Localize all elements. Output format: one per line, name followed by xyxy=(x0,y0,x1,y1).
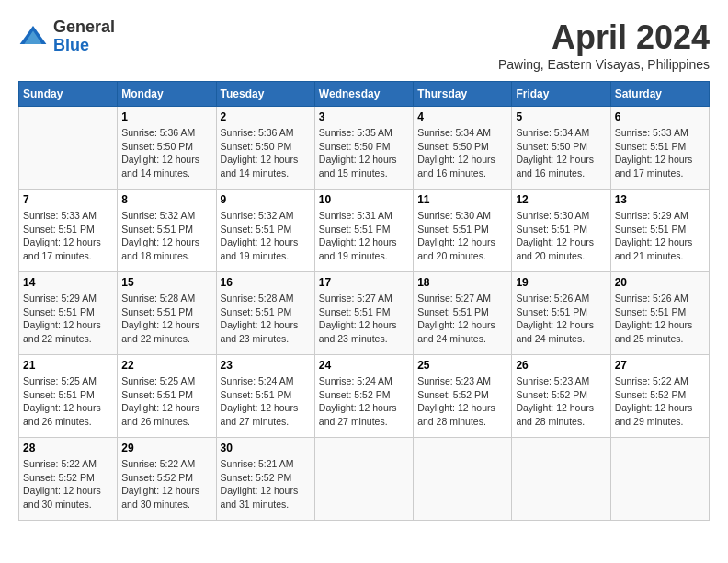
calendar-cell: 23Sunrise: 5:24 AMSunset: 5:51 PMDayligh… xyxy=(216,355,314,438)
day-info: Sunrise: 5:29 AMSunset: 5:51 PMDaylight:… xyxy=(615,209,705,263)
day-info: Sunrise: 5:36 AMSunset: 5:50 PMDaylight:… xyxy=(221,126,311,180)
logo-general-text: General xyxy=(53,17,115,36)
calendar-cell: 17Sunrise: 5:27 AMSunset: 5:51 PMDayligh… xyxy=(314,272,413,355)
calendar-cell: 21Sunrise: 5:25 AMSunset: 5:51 PMDayligh… xyxy=(19,355,118,438)
logo-icon xyxy=(18,22,48,52)
day-number: 13 xyxy=(615,193,705,206)
calendar-cell: 9Sunrise: 5:32 AMSunset: 5:51 PMDaylight… xyxy=(216,190,314,272)
day-info: Sunrise: 5:34 AMSunset: 5:50 PMDaylight:… xyxy=(516,126,606,180)
day-number: 27 xyxy=(615,359,705,372)
day-number: 14 xyxy=(23,276,113,289)
day-number: 16 xyxy=(221,276,311,289)
day-number: 2 xyxy=(221,110,311,123)
day-info: Sunrise: 5:23 AMSunset: 5:52 PMDaylight:… xyxy=(417,374,507,429)
day-number: 29 xyxy=(121,442,211,454)
calendar-cell: 12Sunrise: 5:30 AMSunset: 5:51 PMDayligh… xyxy=(512,190,610,272)
day-info: Sunrise: 5:34 AMSunset: 5:50 PMDaylight:… xyxy=(417,126,507,180)
day-number: 8 xyxy=(121,193,211,206)
day-info: Sunrise: 5:29 AMSunset: 5:51 PMDaylight:… xyxy=(23,292,113,346)
calendar-cell xyxy=(314,438,413,521)
calendar-cell: 2Sunrise: 5:36 AMSunset: 5:50 PMDaylight… xyxy=(216,107,314,190)
day-number: 10 xyxy=(319,193,409,206)
calendar-cell xyxy=(19,107,118,190)
day-number: 22 xyxy=(121,359,211,372)
calendar-header-row: SundayMondayTuesdayWednesdayThursdayFrid… xyxy=(19,82,710,107)
day-info: Sunrise: 5:24 AMSunset: 5:52 PMDaylight:… xyxy=(319,374,409,429)
day-info: Sunrise: 5:26 AMSunset: 5:51 PMDaylight:… xyxy=(615,292,705,346)
day-number: 18 xyxy=(417,276,507,289)
day-number: 12 xyxy=(516,193,606,206)
day-info: Sunrise: 5:21 AMSunset: 5:52 PMDaylight:… xyxy=(221,457,311,511)
calendar-cell: 10Sunrise: 5:31 AMSunset: 5:51 PMDayligh… xyxy=(314,190,413,272)
calendar-table: SundayMondayTuesdayWednesdayThursdayFrid… xyxy=(18,81,710,521)
day-info: Sunrise: 5:31 AMSunset: 5:51 PMDaylight:… xyxy=(319,209,409,263)
calendar-cell xyxy=(414,438,512,521)
day-info: Sunrise: 5:24 AMSunset: 5:51 PMDaylight:… xyxy=(221,374,311,429)
calendar-cell: 29Sunrise: 5:22 AMSunset: 5:52 PMDayligh… xyxy=(118,438,216,521)
calendar-cell: 28Sunrise: 5:22 AMSunset: 5:52 PMDayligh… xyxy=(19,438,118,521)
calendar-cell: 13Sunrise: 5:29 AMSunset: 5:51 PMDayligh… xyxy=(610,190,709,272)
calendar-cell: 5Sunrise: 5:34 AMSunset: 5:50 PMDaylight… xyxy=(512,107,610,190)
calendar-cell: 24Sunrise: 5:24 AMSunset: 5:52 PMDayligh… xyxy=(314,355,413,438)
day-number: 19 xyxy=(516,276,606,289)
calendar-cell: 16Sunrise: 5:28 AMSunset: 5:51 PMDayligh… xyxy=(216,272,314,355)
header-thursday: Thursday xyxy=(414,82,512,107)
header-wednesday: Wednesday xyxy=(314,82,413,107)
day-number: 25 xyxy=(417,359,507,372)
calendar-cell xyxy=(512,438,610,521)
logo: General Blue xyxy=(18,18,115,55)
day-info: Sunrise: 5:25 AMSunset: 5:51 PMDaylight:… xyxy=(23,374,113,429)
location-text: Pawing, Eastern Visayas, Philippines xyxy=(498,57,710,72)
calendar-cell xyxy=(610,438,709,521)
day-number: 17 xyxy=(319,276,409,289)
calendar-week-row: 1Sunrise: 5:36 AMSunset: 5:50 PMDaylight… xyxy=(19,107,710,190)
day-info: Sunrise: 5:32 AMSunset: 5:51 PMDaylight:… xyxy=(121,209,211,263)
day-info: Sunrise: 5:22 AMSunset: 5:52 PMDaylight:… xyxy=(23,457,113,511)
calendar-cell: 20Sunrise: 5:26 AMSunset: 5:51 PMDayligh… xyxy=(610,272,709,355)
day-number: 26 xyxy=(516,359,606,372)
day-info: Sunrise: 5:36 AMSunset: 5:50 PMDaylight:… xyxy=(121,126,211,180)
calendar-cell: 18Sunrise: 5:27 AMSunset: 5:51 PMDayligh… xyxy=(414,272,512,355)
day-number: 30 xyxy=(221,442,311,454)
day-info: Sunrise: 5:28 AMSunset: 5:51 PMDaylight:… xyxy=(121,292,211,346)
day-info: Sunrise: 5:22 AMSunset: 5:52 PMDaylight:… xyxy=(615,374,705,429)
day-number: 23 xyxy=(221,359,311,372)
calendar-cell: 19Sunrise: 5:26 AMSunset: 5:51 PMDayligh… xyxy=(512,272,610,355)
day-info: Sunrise: 5:26 AMSunset: 5:51 PMDaylight:… xyxy=(516,292,606,346)
month-title: April 2024 xyxy=(498,18,710,57)
day-number: 15 xyxy=(121,276,211,289)
day-number: 28 xyxy=(23,442,113,454)
day-number: 5 xyxy=(516,110,606,123)
header-monday: Monday xyxy=(118,82,216,107)
day-info: Sunrise: 5:30 AMSunset: 5:51 PMDaylight:… xyxy=(417,209,507,263)
calendar-week-row: 28Sunrise: 5:22 AMSunset: 5:52 PMDayligh… xyxy=(19,438,710,521)
day-number: 21 xyxy=(23,359,113,372)
day-number: 9 xyxy=(221,193,311,206)
calendar-week-row: 14Sunrise: 5:29 AMSunset: 5:51 PMDayligh… xyxy=(19,272,710,355)
day-number: 6 xyxy=(615,110,705,123)
calendar-cell: 11Sunrise: 5:30 AMSunset: 5:51 PMDayligh… xyxy=(414,190,512,272)
calendar-cell: 30Sunrise: 5:21 AMSunset: 5:52 PMDayligh… xyxy=(216,438,314,521)
day-info: Sunrise: 5:32 AMSunset: 5:51 PMDaylight:… xyxy=(221,209,311,263)
calendar-cell: 26Sunrise: 5:23 AMSunset: 5:52 PMDayligh… xyxy=(512,355,610,438)
day-info: Sunrise: 5:23 AMSunset: 5:52 PMDaylight:… xyxy=(516,374,606,429)
calendar-cell: 27Sunrise: 5:22 AMSunset: 5:52 PMDayligh… xyxy=(610,355,709,438)
day-number: 20 xyxy=(615,276,705,289)
calendar-week-row: 21Sunrise: 5:25 AMSunset: 5:51 PMDayligh… xyxy=(19,355,710,438)
calendar-cell: 6Sunrise: 5:33 AMSunset: 5:51 PMDaylight… xyxy=(610,107,709,190)
day-info: Sunrise: 5:33 AMSunset: 5:51 PMDaylight:… xyxy=(615,126,705,180)
day-info: Sunrise: 5:35 AMSunset: 5:50 PMDaylight:… xyxy=(319,126,409,180)
day-info: Sunrise: 5:33 AMSunset: 5:51 PMDaylight:… xyxy=(23,209,113,263)
calendar-cell: 3Sunrise: 5:35 AMSunset: 5:50 PMDaylight… xyxy=(314,107,413,190)
calendar-cell: 14Sunrise: 5:29 AMSunset: 5:51 PMDayligh… xyxy=(19,272,118,355)
day-info: Sunrise: 5:27 AMSunset: 5:51 PMDaylight:… xyxy=(417,292,507,346)
calendar-week-row: 7Sunrise: 5:33 AMSunset: 5:51 PMDaylight… xyxy=(19,190,710,272)
day-number: 11 xyxy=(417,193,507,206)
header-friday: Friday xyxy=(512,82,610,107)
day-number: 7 xyxy=(23,193,113,206)
day-number: 1 xyxy=(121,110,211,123)
calendar-cell: 8Sunrise: 5:32 AMSunset: 5:51 PMDaylight… xyxy=(118,190,216,272)
calendar-cell: 15Sunrise: 5:28 AMSunset: 5:51 PMDayligh… xyxy=(118,272,216,355)
logo-blue-text: Blue xyxy=(53,36,89,54)
title-block: April 2024 Pawing, Eastern Visayas, Phil… xyxy=(498,18,710,72)
